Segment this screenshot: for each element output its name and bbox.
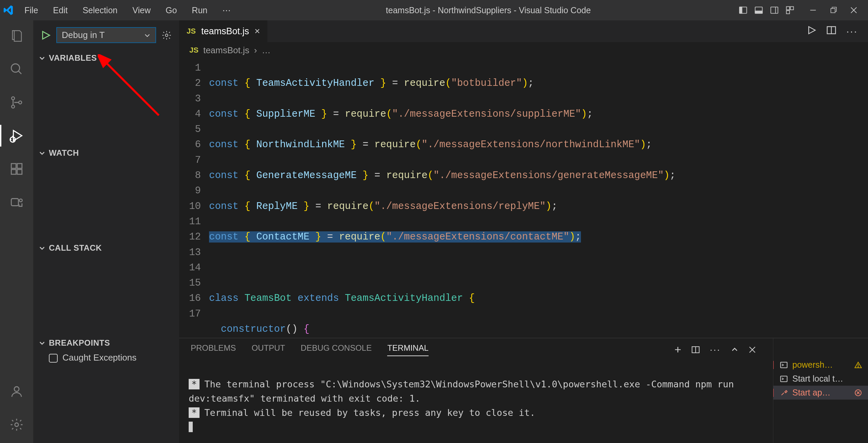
tab-close-icon[interactable]: ×	[254, 26, 260, 37]
start-debug-icon[interactable]	[41, 30, 51, 40]
error-icon	[854, 389, 862, 397]
title-bar: File Edit Selection View Go Run ⋯ teamsB…	[0, 0, 868, 20]
minimize-icon[interactable]	[808, 5, 818, 15]
run-file-icon[interactable]	[807, 25, 816, 37]
section-variables[interactable]: VARIABLES	[33, 50, 179, 66]
menu-view[interactable]: View	[125, 3, 158, 17]
menu-edit[interactable]: Edit	[45, 3, 75, 17]
svg-rect-3	[755, 11, 762, 13]
breakpoint-caught-exceptions[interactable]: Caught Exceptions	[49, 352, 173, 363]
panel-tab-terminal[interactable]: TERMINAL	[387, 343, 428, 356]
svg-point-13	[11, 64, 20, 72]
svg-rect-24	[11, 170, 16, 174]
svg-point-15	[12, 97, 15, 100]
menu-file[interactable]: File	[17, 3, 45, 17]
layout-left-icon[interactable]	[738, 5, 748, 15]
panel-close-icon[interactable]	[749, 346, 756, 353]
tab-teamsbot[interactable]: JS teamsBot.js ×	[179, 20, 268, 42]
section-callstack[interactable]: CALL STACK	[33, 240, 179, 256]
checkbox-icon[interactable]	[49, 354, 58, 363]
svg-rect-8	[790, 7, 793, 10]
layout-customize-icon[interactable]	[785, 5, 795, 15]
breadcrumb-trail: …	[262, 45, 270, 56]
panel-tab-debug[interactable]: DEBUG CONSOLE	[301, 343, 372, 356]
svg-point-29	[14, 387, 19, 391]
svg-line-14	[18, 71, 21, 74]
svg-rect-1	[740, 7, 742, 14]
source-control-icon[interactable]	[8, 94, 25, 111]
chevron-down-icon	[39, 55, 45, 61]
terminal-shell-icon	[779, 361, 788, 369]
search-icon[interactable]	[8, 61, 25, 77]
svg-rect-25	[17, 170, 22, 174]
svg-rect-7	[787, 11, 790, 14]
bottom-panel: PROBLEMS OUTPUT DEBUG CONSOLE TERMINAL +…	[179, 338, 868, 443]
svg-rect-6	[787, 7, 790, 10]
svg-marker-34	[809, 27, 815, 34]
svg-point-17	[19, 101, 22, 104]
svg-rect-4	[771, 7, 778, 14]
code-editor[interactable]: 1234567891011121314151617 const { TeamsA…	[179, 58, 868, 338]
terminal-item-powershell[interactable]: powersh…	[773, 358, 868, 372]
task-marker-icon: *	[189, 407, 200, 418]
activity-bar	[0, 20, 33, 443]
chevron-down-icon	[39, 340, 45, 346]
task-marker-icon: *	[189, 379, 200, 389]
panel-tab-output[interactable]: OUTPUT	[251, 343, 285, 356]
new-terminal-icon[interactable]: +	[675, 343, 681, 356]
close-icon[interactable]	[849, 5, 858, 15]
breadcrumb[interactable]: JS teamsBot.js › …	[179, 42, 868, 58]
js-file-icon: JS	[189, 46, 199, 55]
terminal-line-2: Terminal will be reused by tasks, press …	[204, 407, 535, 418]
breadcrumb-file: teamsBot.js	[203, 45, 249, 56]
menu-run[interactable]: Run	[184, 3, 215, 17]
svg-marker-31	[43, 31, 50, 39]
run-config-header: Debug in T	[33, 20, 179, 50]
tab-label: teamsBot.js	[201, 26, 249, 37]
layout-bottom-icon[interactable]	[754, 5, 763, 15]
explorer-icon[interactable]	[8, 28, 25, 44]
terminal-item-start-app[interactable]: Start ap…	[773, 386, 868, 400]
teams-toolkit-icon[interactable]	[8, 194, 25, 210]
menu-bar: File Edit Selection View Go Run ⋯	[17, 3, 238, 17]
debug-config-dropdown[interactable]: Debug in T	[56, 27, 156, 43]
vscode-logo-icon	[0, 4, 17, 16]
terminal-output[interactable]: *The terminal process "C:\Windows\System…	[179, 356, 773, 443]
menu-selection[interactable]: Selection	[75, 3, 125, 17]
section-watch[interactable]: WATCH	[33, 145, 179, 161]
chevron-down-icon	[39, 245, 45, 251]
code-content[interactable]: const { TeamsActivityHandler } = require…	[209, 58, 868, 338]
svg-point-44	[858, 366, 858, 367]
terminal-item-label: Start ap…	[792, 388, 831, 398]
terminal-more-icon[interactable]: ···	[710, 344, 721, 355]
editor-more-icon[interactable]: ···	[846, 25, 858, 37]
menu-more[interactable]: ⋯	[215, 3, 238, 17]
error-indicator-icon	[773, 361, 774, 369]
debug-settings-gear-icon[interactable]	[162, 30, 172, 40]
window-controls	[808, 5, 868, 15]
panel-tab-problems[interactable]: PROBLEMS	[191, 343, 236, 356]
svg-point-32	[165, 34, 168, 37]
terminal-item-start-local[interactable]: Start local t…	[773, 372, 868, 386]
section-callstack-label: CALL STACK	[49, 243, 102, 253]
terminal-item-label: powersh…	[792, 360, 833, 370]
debug-sidebar: Debug in T VARIABLES	[33, 20, 179, 443]
layout-right-icon[interactable]	[770, 5, 779, 15]
line-gutter: 1234567891011121314151617	[179, 58, 209, 338]
split-editor-icon[interactable]	[827, 25, 836, 37]
svg-rect-27	[11, 199, 18, 206]
accounts-icon[interactable]	[8, 383, 25, 400]
terminal-split-icon[interactable]	[692, 346, 700, 354]
run-debug-icon[interactable]	[8, 128, 25, 144]
menu-go[interactable]: Go	[158, 3, 184, 17]
panel-maximize-icon[interactable]	[731, 346, 738, 353]
settings-gear-icon[interactable]	[8, 417, 25, 433]
breakpoint-caught-label: Caught Exceptions	[62, 352, 136, 363]
section-breakpoints[interactable]: BREAKPOINTS Caught Exceptions	[33, 335, 179, 367]
svg-point-30	[15, 423, 19, 427]
extensions-icon[interactable]	[8, 161, 25, 177]
svg-point-16	[12, 105, 15, 108]
chevron-down-icon	[144, 32, 151, 39]
section-watch-label: WATCH	[49, 148, 79, 158]
maximize-icon[interactable]	[829, 5, 838, 15]
